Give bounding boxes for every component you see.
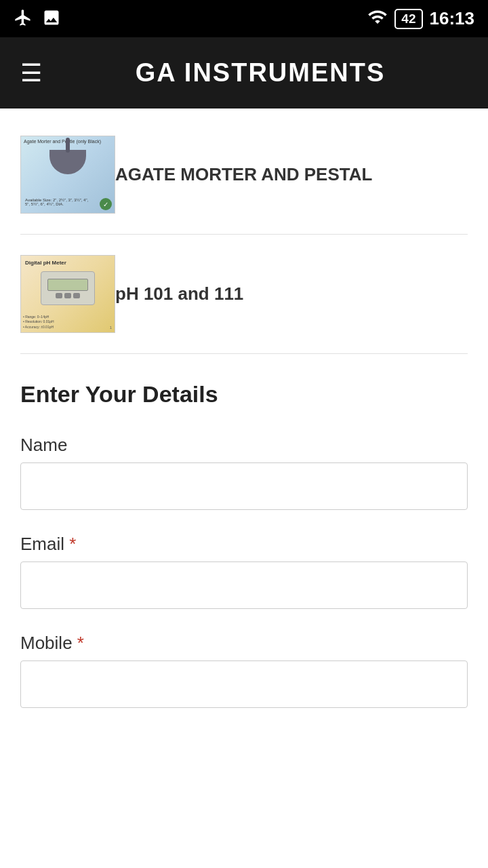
photo-icon: [42, 8, 61, 30]
divider-1: [20, 234, 468, 235]
name-input[interactable]: [20, 462, 468, 510]
navbar-title: GA INSTRUMENTS: [53, 58, 468, 87]
product-image-agate: Agate Morter and Pestle (only Black) Ava…: [20, 136, 115, 214]
email-required-star: *: [69, 534, 76, 554]
navbar: ☰ GA INSTRUMENTS: [0, 37, 488, 108]
status-bar: 42 16:13: [0, 0, 488, 37]
form-title: Enter Your Details: [20, 381, 468, 408]
product-name-ph: pH 101 and 111: [115, 283, 243, 304]
email-input[interactable]: [20, 561, 468, 609]
product-item-ph[interactable]: Digital pH Meter • Range: 0~14pH • Resol…: [0, 241, 488, 347]
name-label: Name: [20, 435, 468, 456]
hamburger-icon[interactable]: ☰: [20, 59, 42, 87]
mobile-required-star: *: [77, 633, 84, 653]
time-display: 16:13: [430, 8, 475, 29]
mobile-field-group: Mobile *: [20, 633, 468, 708]
product-image-ph: Digital pH Meter • Range: 0~14pH • Resol…: [20, 255, 115, 333]
form-section: Enter Your Details Name Email * Mobile *: [0, 361, 488, 752]
email-label: Email *: [20, 534, 468, 555]
product-name-agate: AGATE MORTER AND PESTAL: [115, 164, 372, 185]
product-item-agate[interactable]: Agate Morter and Pestle (only Black) Ava…: [0, 122, 488, 227]
wifi-icon: [367, 7, 388, 31]
eco-badge: ✓: [100, 198, 112, 210]
battery-badge: 42: [394, 9, 422, 29]
email-field-group: Email *: [20, 534, 468, 609]
main-content: Agate Morter and Pestle (only Black) Ava…: [0, 108, 488, 766]
status-right: 42 16:13: [367, 7, 474, 31]
divider-2: [20, 353, 468, 354]
airplane-icon: [14, 8, 33, 30]
mobile-label: Mobile *: [20, 633, 468, 654]
name-field-group: Name: [20, 435, 468, 510]
status-left: [14, 8, 61, 30]
mobile-input[interactable]: [20, 660, 468, 708]
